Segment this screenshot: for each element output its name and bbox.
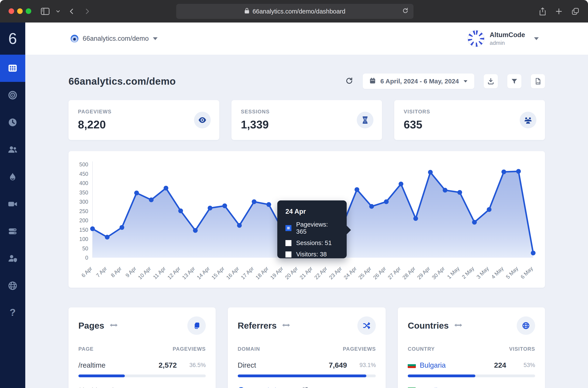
series-marker-icon [285,251,291,257]
table-row: Bulgaria 224 53% [408,361,535,377]
tab-overview-icon[interactable] [571,7,579,15]
svg-text:24 Apr: 24 Apr [342,265,358,281]
svg-text:5 May: 5 May [505,265,519,280]
svg-text:6 May: 6 May [520,265,534,280]
row-label[interactable]: Bulgaria [420,361,446,369]
column-header: PAGEVIEWS [173,346,206,352]
svg-text:16 Apr: 16 Apr [225,265,240,281]
sidebar-item-help[interactable]: ? [0,300,25,327]
filter-button[interactable] [507,74,522,88]
sidebar-item-heatmaps[interactable] [0,164,25,191]
card-title: Pages [78,321,104,331]
svg-text:10 Apr: 10 Apr [137,265,152,281]
export-pdf-button[interactable]: PDF [531,74,545,88]
shuffle-icon[interactable] [357,316,376,335]
stat-card-pageviews: PAGEVIEWS 8,220 [68,100,219,140]
swap-horizontal-icon[interactable] [282,322,290,329]
date-range-button[interactable]: 6 April, 2024 - 6 May, 2024 [363,73,474,89]
progress-bar [238,374,376,377]
globe-icon[interactable] [517,316,535,335]
users-icon [8,145,18,155]
pages-card: Pages [68,307,216,388]
caret-down-icon [464,80,467,82]
column-header: COUNTRY [408,346,435,352]
site-favicon-icon [71,35,78,43]
sidebar-item-visitors[interactable] [0,136,25,164]
svg-text:500: 500 [79,161,88,168]
stat-card-sessions: SESSIONS 1,339 [232,100,382,140]
column-header: DOMAIN [238,346,260,352]
top-header: 66analytics.com/demo AltumCode admin [25,23,588,55]
user-menu[interactable]: AltumCode admin [467,30,539,47]
sidebar-toggle-icon[interactable] [41,7,50,15]
caret-down-icon [153,37,158,40]
row-value: 2,572 [138,361,177,369]
bulgaria-flag-icon [408,362,416,368]
svg-text:1 May: 1 May [446,265,461,280]
external-link-icon[interactable] [302,387,308,388]
sidebar: 6 [0,23,25,388]
card-title: Countries [408,321,449,331]
share-icon[interactable] [539,7,547,16]
table-rows: Bulgaria 224 53% Brazil 43 10.2% [408,361,535,388]
site-selector[interactable]: 66analytics.com/demo [71,35,158,43]
svg-text:9 Apr: 9 Apr [124,265,137,278]
stats-row: PAGEVIEWS 8,220 SESSIONS 1,339 [68,100,545,140]
sidebar-item-goals[interactable] [0,82,25,109]
svg-text:?: ? [10,308,16,318]
svg-text:3 May: 3 May [475,265,490,280]
minimize-window-button[interactable] [17,8,23,14]
dashboard-content: 66analytics.com/demo [25,55,588,388]
sidebar-item-privacy[interactable] [0,245,25,272]
svg-text:450: 450 [79,171,88,177]
column-header: PAGEVIEWS [343,346,376,352]
refresh-button[interactable] [345,77,353,86]
svg-text:300: 300 [79,199,88,205]
target-icon [8,90,18,101]
sidebar-item-data[interactable] [0,218,25,245]
sidebar-item-dashboard[interactable] [0,55,25,82]
download-button[interactable] [484,74,498,88]
svg-text:11 Apr: 11 Apr [152,265,167,280]
tooltip-row-label: Sessions: 51 [296,240,332,246]
toolbar: 6 April, 2024 - 6 May, 2024 [345,73,545,89]
svg-text:19 Apr: 19 Apr [269,265,284,281]
row-label[interactable]: 66analytics.com [248,387,299,388]
svg-text:15 Apr: 15 Apr [210,265,225,281]
sidebar-item-realtime[interactable] [0,109,25,136]
forward-icon[interactable] [83,7,91,15]
pages-copy-icon[interactable] [187,316,206,335]
swap-horizontal-icon[interactable] [454,322,462,329]
row-label: /realtime [78,361,106,369]
zoom-window-button[interactable] [26,8,31,14]
close-window-button[interactable] [9,8,14,14]
chevron-down-icon[interactable] [55,9,61,14]
traffic-chart-card: 0501001502002503003504004505006 Apr7 Apr… [68,151,545,288]
tooltip-arrow-icon [346,225,351,235]
row-label[interactable]: Brazil [420,387,437,388]
table-rows: Direct 7,649 93.1% 66analytics.com 525 6… [238,361,376,388]
swap-horizontal-icon[interactable] [110,322,118,329]
series-marker-icon [285,240,291,246]
svg-text:13 Apr: 13 Apr [181,265,196,281]
svg-text:50: 50 [82,245,88,251]
sidebar-item-recordings[interactable] [0,191,25,218]
tooltip-row: Visitors: 38 [285,251,339,258]
new-tab-icon[interactable] [555,7,563,15]
svg-text:20 Apr: 20 Apr [284,265,299,281]
row-percent: 17.6% [177,387,206,388]
caret-down-icon [534,37,539,40]
sidebar-item-websites[interactable] [0,272,25,300]
referrer-favicon-icon [238,387,244,388]
table-rows: /realtime 2,572 36.5% /dashboard 1,238 1… [78,361,206,388]
dashboard-grid-icon [8,63,18,74]
address-bar[interactable]: 66analytics.com/demo/dashboard [176,4,414,19]
stat-label: PAGEVIEWS [78,109,210,115]
row-percent: 6.4% [347,387,376,388]
reload-icon[interactable] [402,7,409,16]
table-row: 66analytics.com 525 6.4% [238,386,376,388]
tables-row: Pages [68,307,545,388]
app-window: 6 [0,23,588,388]
row-percent: 10.2% [506,387,535,388]
back-icon[interactable] [68,7,76,15]
